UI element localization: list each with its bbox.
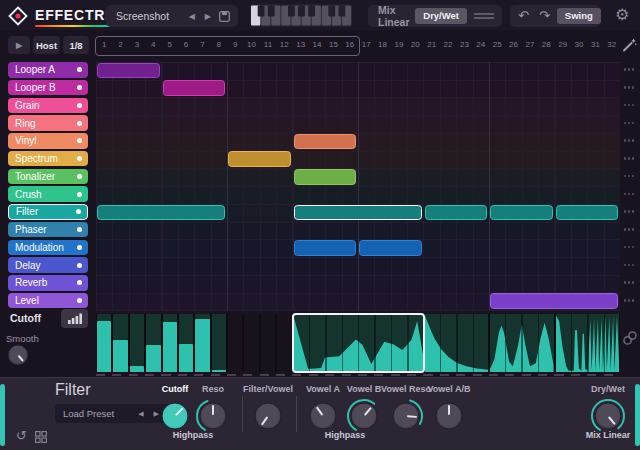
step-29[interactable]: 29: [555, 38, 571, 52]
magic-wand-icon[interactable]: [621, 37, 637, 53]
step-32[interactable]: 32: [604, 38, 620, 52]
block-spectrum-step9[interactable]: [228, 151, 291, 167]
mod-mode-bars-button[interactable]: [61, 309, 88, 328]
graph-empty-step9[interactable]: [228, 314, 242, 372]
track-menu-vinyl[interactable]: [621, 133, 637, 148]
graph-empty-step10[interactable]: [244, 314, 258, 372]
track-enable-dot[interactable]: [77, 227, 82, 232]
track-tonalizer[interactable]: Tonalizer: [8, 169, 88, 185]
track-enable-dot[interactable]: [77, 192, 82, 197]
load-preset-label[interactable]: Load Preset: [55, 408, 133, 419]
track-ring[interactable]: Ring: [8, 115, 88, 131]
step-13[interactable]: 13: [293, 38, 309, 52]
step-18[interactable]: 18: [374, 38, 390, 52]
track-menu-tonalizer[interactable]: [621, 169, 637, 184]
graph-bar-step6[interactable]: [179, 314, 193, 372]
step-26[interactable]: 26: [505, 38, 521, 52]
block-vinyl-step13[interactable]: [294, 134, 357, 150]
rate-button[interactable]: 1/8: [63, 36, 89, 54]
step-8[interactable]: 8: [211, 38, 227, 52]
block-filter-step29[interactable]: [556, 205, 619, 221]
step-6[interactable]: 6: [178, 38, 194, 52]
knob-filter-vowel[interactable]: [249, 397, 287, 435]
graph-area-region-4[interactable]: [490, 314, 554, 372]
smooth-knob[interactable]: [4, 341, 32, 369]
track-enable-dot[interactable]: [77, 103, 82, 108]
track-filter[interactable]: Filter: [8, 204, 88, 220]
step-5[interactable]: 5: [162, 38, 178, 52]
graph-empty-step12[interactable]: [277, 314, 291, 372]
step-2[interactable]: 2: [112, 38, 128, 52]
graph-bar-step3[interactable]: [130, 314, 144, 372]
block-modulation-step13[interactable]: [294, 240, 357, 256]
step-20[interactable]: 20: [407, 38, 423, 52]
knob-vowel-reso[interactable]: [387, 397, 425, 435]
track-menu-phaser[interactable]: [621, 222, 637, 237]
step-14[interactable]: 14: [309, 38, 325, 52]
fx-preset-prev-icon[interactable]: ◀: [133, 410, 148, 418]
link-icon[interactable]: [622, 330, 638, 346]
step-24[interactable]: 24: [473, 38, 489, 52]
track-menu-grain[interactable]: [621, 98, 637, 113]
step-27[interactable]: 27: [522, 38, 538, 52]
preset-next-icon[interactable]: ▶: [200, 12, 216, 21]
graph-empty-step11[interactable]: [261, 314, 275, 372]
step-22[interactable]: 22: [440, 38, 456, 52]
track-enable-dot[interactable]: [77, 298, 82, 303]
mix-curve-icon[interactable]: [474, 11, 494, 22]
block-tonalizer-step13[interactable]: [294, 169, 357, 185]
track-level[interactable]: Level: [8, 293, 88, 309]
swing-button[interactable]: Swing: [557, 8, 601, 24]
track-menu-crush[interactable]: [621, 186, 637, 201]
panel-right-accent[interactable]: [635, 384, 640, 446]
track-delay[interactable]: Delay: [8, 257, 88, 273]
track-enable-dot[interactable]: [77, 174, 82, 179]
block-filter-step13[interactable]: [294, 205, 422, 221]
track-looper-b[interactable]: Looper B: [8, 80, 88, 96]
track-crush[interactable]: Crush: [8, 186, 88, 202]
track-menu-filter[interactable]: [621, 204, 637, 219]
graph-bar-step5[interactable]: [163, 314, 177, 372]
step-31[interactable]: 31: [587, 38, 603, 52]
redo-icon[interactable]: ↷: [534, 6, 555, 26]
step-21[interactable]: 21: [424, 38, 440, 52]
block-modulation-step17[interactable]: [359, 240, 422, 256]
host-sync-button[interactable]: Host: [33, 36, 60, 54]
track-modulation[interactable]: Modulation: [8, 240, 88, 256]
step-12[interactable]: 12: [276, 38, 292, 52]
block-filter-step1[interactable]: [97, 205, 225, 221]
knob-vowel-a-b[interactable]: [430, 397, 468, 435]
reset-icon[interactable]: ↺: [16, 428, 27, 443]
track-spectrum[interactable]: Spectrum: [8, 151, 88, 167]
panel-left-accent[interactable]: [0, 384, 5, 446]
track-enable-dot[interactable]: [77, 85, 82, 90]
track-enable-dot[interactable]: [77, 138, 82, 143]
block-filter-step25[interactable]: [490, 205, 553, 221]
track-enable-dot[interactable]: [77, 67, 82, 72]
step-4[interactable]: 4: [145, 38, 161, 52]
step-7[interactable]: 7: [194, 38, 210, 52]
track-looper-a[interactable]: Looper A: [8, 62, 88, 78]
step-15[interactable]: 15: [325, 38, 341, 52]
step-1[interactable]: 1: [96, 38, 112, 52]
track-menu-ring[interactable]: [621, 115, 637, 130]
step-11[interactable]: 11: [260, 38, 276, 52]
graph-area-region-2[interactable]: [294, 314, 423, 372]
step-25[interactable]: 25: [489, 38, 505, 52]
step-28[interactable]: 28: [538, 38, 554, 52]
step-10[interactable]: 10: [243, 38, 259, 52]
graph-area-region-3[interactable]: [425, 314, 489, 372]
step-3[interactable]: 3: [129, 38, 145, 52]
step-23[interactable]: 23: [456, 38, 472, 52]
block-looper-a-step1[interactable]: [97, 63, 160, 79]
settings-gear-icon[interactable]: ⚙: [615, 5, 629, 25]
block-filter-step21[interactable]: [425, 205, 488, 221]
track-enable-dot[interactable]: [77, 121, 82, 126]
preset-prev-icon[interactable]: ◀: [184, 12, 200, 21]
track-enable-dot[interactable]: [77, 263, 82, 268]
track-enable-dot[interactable]: [77, 245, 82, 250]
track-menu-delay[interactable]: [621, 257, 637, 272]
preset-name[interactable]: Screenshot: [106, 10, 184, 22]
graph-bar-step4[interactable]: [146, 314, 160, 372]
step-19[interactable]: 19: [391, 38, 407, 52]
